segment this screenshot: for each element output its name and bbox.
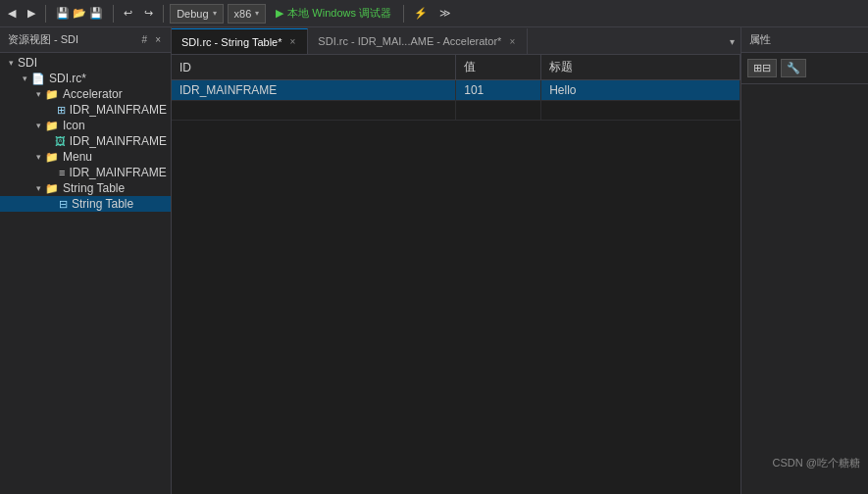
right-panel: 属性 ⊞⊟ 🔧 (740, 27, 868, 494)
left-panel: 资源视图 - SDI # × ▾ SDI ▾ 📄 SDI.rc* (0, 27, 172, 494)
panel-pin-button[interactable]: # (140, 34, 150, 45)
string-table-wrapper[interactable]: ID 值 标题 IDR_MAINFRAME 101 Hello (172, 55, 740, 494)
menu-item-icon: ≡ (59, 167, 65, 178)
main-layout: 资源视图 - SDI # × ▾ SDI ▾ 📄 SDI.rc* (0, 27, 868, 494)
run-button[interactable]: ▶ 本地 Windows 调试器 (270, 4, 397, 23)
label-string-table: String Table (72, 197, 133, 211)
resource-view-title: 资源视图 - SDI (8, 32, 78, 47)
tree-item-menu-idr[interactable]: ≡ IDR_MAINFRAME (0, 165, 171, 180)
properties-toolbar: ⊞⊟ 🔧 (741, 53, 868, 84)
arrow-string-table-group: ▾ (31, 183, 45, 193)
label-icon-idr: IDR_MAINFRAME (70, 134, 167, 148)
more-icon: ≫ (439, 7, 451, 20)
undo-icon: ↩ (124, 7, 132, 20)
tree-item-accel-idr[interactable]: ⊞ IDR_MAINFRAME (0, 102, 171, 118)
arrow-icon-group: ▾ (31, 121, 45, 130)
panel-header-icons: # × (140, 34, 163, 45)
col-header-id: ID (172, 55, 456, 80)
tabs-bar: SDI.rc - String Table* × SDI.rc - IDR_MA… (172, 27, 740, 55)
center-panel: SDI.rc - String Table* × SDI.rc - IDR_MA… (172, 27, 740, 494)
resource-view-header: 资源视图 - SDI # × (0, 27, 171, 53)
back-icon: ◀ (8, 7, 16, 20)
string-table-editor: ID 值 标题 IDR_MAINFRAME 101 Hello (172, 55, 740, 494)
label-accelerator: Accelerator (63, 87, 123, 101)
label-menu-idr: IDR_MAINFRAME (69, 166, 166, 179)
tabs-overflow-button[interactable]: ▾ (724, 28, 740, 54)
back-button[interactable]: ◀ (4, 5, 20, 22)
tree-item-icon-idr[interactable]: 🖼 IDR_MAINFRAME (0, 133, 171, 149)
tab-sdi-accel[interactable]: SDI.rc - IDR_MAI...AME - Accelerator* × (308, 28, 528, 54)
toolbar-file-icons: 💾 📂 💾 (56, 7, 103, 20)
folder-icon-accelerator: 📁 (45, 88, 59, 101)
toolbar-icons-group[interactable]: 💾 📂 💾 (52, 5, 107, 22)
platform-arrow-icon: ▾ (255, 9, 259, 18)
resource-tree: ▾ SDI ▾ 📄 SDI.rc* ▾ 📁 Accelerator (0, 53, 171, 494)
col-header-value: 值 (456, 55, 541, 80)
rc-file-icon: 📄 (31, 73, 45, 85)
platform-dropdown[interactable]: x86 ▾ (228, 4, 267, 24)
accel-item-icon: ⊞ (57, 104, 66, 117)
string-table-item-icon: ⊟ (59, 198, 68, 211)
cell-id: IDR_MAINFRAME (172, 80, 456, 101)
divider-2 (113, 5, 114, 23)
divider-1 (45, 5, 46, 23)
divider-4 (403, 5, 404, 23)
label-icon-group: Icon (63, 119, 85, 132)
forward-button[interactable]: ▶ (24, 5, 39, 22)
tree-item-accelerator[interactable]: ▾ 📁 Accelerator (0, 86, 171, 102)
label-accel-idr: IDR_MAINFRAME (70, 103, 167, 117)
arrow-sdi: ▾ (4, 58, 18, 68)
extra-icon: ⚡ (414, 7, 428, 20)
table-header-row: ID 值 标题 (172, 55, 740, 80)
tree-item-icon-group[interactable]: ▾ 📁 Icon (0, 118, 171, 133)
tree-item-string-table[interactable]: ⊟ String Table (0, 196, 171, 212)
run-icon: ▶ (276, 7, 283, 20)
empty-cell-3 (541, 101, 740, 121)
tab-sdi-accel-label: SDI.rc - IDR_MAI...AME - Accelerator* (318, 35, 501, 47)
more-button[interactable]: ≫ (435, 5, 455, 22)
arrow-accelerator: ▾ (31, 89, 45, 99)
cell-title: Hello (541, 80, 740, 101)
string-table: ID 值 标题 IDR_MAINFRAME 101 Hello (172, 55, 740, 121)
icon-item-icon: 🖼 (55, 135, 66, 147)
panel-close-button[interactable]: × (153, 34, 163, 45)
divider-3 (163, 5, 164, 23)
prop-wrench-button[interactable]: 🔧 (781, 59, 806, 77)
cell-value: 101 (456, 80, 541, 101)
extra-button[interactable]: ⚡ (410, 5, 432, 22)
empty-cell-2 (456, 101, 541, 121)
forward-icon: ▶ (27, 7, 35, 20)
redo-button[interactable]: ↪ (140, 5, 157, 22)
table-row[interactable]: IDR_MAINFRAME 101 Hello (172, 80, 740, 101)
undo-button[interactable]: ↩ (120, 5, 136, 22)
platform-label: x86 (234, 8, 252, 20)
folder-icon-string-table: 📁 (45, 182, 59, 195)
label-string-table-group: String Table (63, 181, 125, 195)
debug-dropdown[interactable]: Debug ▾ (170, 4, 223, 24)
run-label: 本地 Windows 调试器 (287, 6, 391, 21)
tree-item-menu-group[interactable]: ▾ 📁 Menu (0, 149, 171, 165)
properties-title: 属性 (749, 32, 771, 47)
redo-icon: ↪ (144, 7, 153, 20)
tab-sdi-accel-close[interactable]: × (507, 36, 517, 47)
prop-category-button[interactable]: ⊞⊟ (747, 59, 777, 77)
table-empty-row (172, 101, 740, 121)
folder-icon-icon: 📁 (45, 120, 59, 132)
tab-sdi-string-label: SDI.rc - String Table* (181, 36, 282, 48)
tree-item-sdi[interactable]: ▾ SDI (0, 55, 171, 71)
tree-item-sdi-rc[interactable]: ▾ 📄 SDI.rc* (0, 71, 171, 86)
col-header-title: 标题 (541, 55, 740, 80)
debug-arrow-icon: ▾ (213, 9, 217, 18)
arrow-sdi-rc: ▾ (18, 74, 31, 83)
tree-item-string-table-group[interactable]: ▾ 📁 String Table (0, 180, 171, 196)
label-sdi: SDI (18, 56, 37, 70)
properties-header: 属性 (741, 27, 868, 53)
tab-sdi-string-close[interactable]: × (288, 36, 298, 47)
debug-label: Debug (177, 8, 208, 20)
folder-icon-menu: 📁 (45, 151, 59, 164)
tab-sdi-string[interactable]: SDI.rc - String Table* × (172, 28, 308, 54)
main-toolbar: ◀ ▶ 💾 📂 💾 ↩ ↪ Debug ▾ x86 ▾ ▶ 本地 Windows… (0, 0, 868, 27)
arrow-menu-group: ▾ (31, 152, 45, 162)
empty-cell-1 (172, 101, 456, 121)
label-menu-group: Menu (63, 150, 92, 164)
